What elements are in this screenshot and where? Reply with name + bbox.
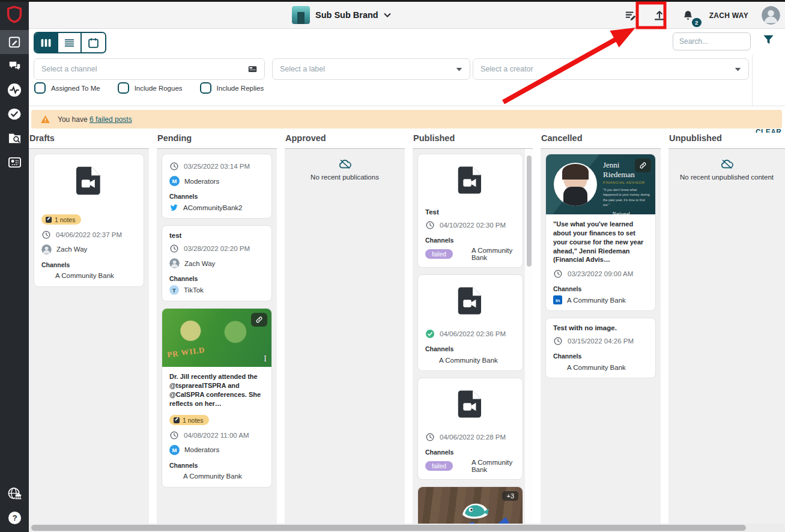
failed-posts-link[interactable]: 6 failed posts bbox=[89, 115, 132, 124]
sidebar-item-media-library[interactable] bbox=[0, 150, 29, 174]
topbar: Sub Sub Brand 2 ZACH WAY bbox=[29, 2, 785, 29]
checkbox-box bbox=[34, 82, 46, 94]
scheduled-time: 03/15/2022 04:26 PM bbox=[568, 337, 634, 345]
channels-label: Channels bbox=[41, 261, 136, 268]
channel-select[interactable]: Select a channel bbox=[34, 58, 265, 80]
sidebar-item-help[interactable]: ? bbox=[0, 506, 29, 530]
column-body: Test 04/10/2022 02:30 PM Channels failed… bbox=[413, 149, 533, 524]
column-approved: Approved No recent publications bbox=[285, 133, 405, 524]
column-published: Published Test 04/10/2022 02:30 PM Chann… bbox=[413, 133, 533, 524]
channel-name: TikTok bbox=[184, 286, 204, 294]
label-select[interactable]: Select a label bbox=[272, 58, 470, 80]
sidebar-nav: ? bbox=[0, 0, 29, 532]
channel-name: A Community Bank bbox=[567, 297, 626, 304]
publisher-app: { "topbar": { "brand_name": "Sub Sub Bra… bbox=[0, 0, 785, 532]
failed-badge: failed bbox=[425, 461, 453, 471]
horizontal-scrollbar-thumb[interactable] bbox=[31, 525, 746, 531]
upload-button[interactable] bbox=[652, 8, 667, 23]
app-logo-shield-icon[interactable] bbox=[0, 0, 29, 29]
creator-name: Moderators bbox=[184, 446, 219, 453]
label-select-placeholder: Select a label bbox=[280, 65, 456, 73]
post-card-pending-3[interactable]: PR WILD I Dr. Jill recently attended the… bbox=[162, 308, 272, 488]
post-card-published-2[interactable]: 04/06/2022 02:36 PM Channels A Community… bbox=[417, 274, 523, 371]
instagram-icon bbox=[169, 472, 178, 481]
video-file-icon bbox=[425, 388, 515, 420]
caret-down-icon bbox=[456, 67, 462, 71]
horizontal-scrollbar-track[interactable] bbox=[29, 524, 785, 532]
post-card-cancelled-2[interactable]: Test with no image. 03/15/2022 04:26 PM … bbox=[545, 318, 656, 378]
scheduled-time: 03/28/2022 02:20 PM bbox=[184, 245, 250, 252]
assigned-to-me-checkbox[interactable]: Assigned To Me bbox=[34, 82, 100, 94]
sidebar-item-approvals[interactable] bbox=[0, 102, 29, 126]
post-card-pending-1[interactable]: 03/25/2022 03:14 PM MModerators Channels… bbox=[162, 154, 272, 219]
post-card-pending-2[interactable]: test 03/28/2022 02:20 PM Zach Way Channe… bbox=[162, 225, 272, 301]
note-icon bbox=[174, 417, 180, 423]
compose-button[interactable] bbox=[623, 8, 638, 23]
chevron-down-icon bbox=[384, 13, 391, 17]
filter-divider bbox=[752, 55, 753, 106]
filter-funnel-button[interactable] bbox=[763, 34, 774, 47]
notifications-bell-button[interactable]: 2 bbox=[680, 8, 696, 23]
calendar-view-button[interactable] bbox=[82, 33, 105, 52]
board-view-button[interactable] bbox=[35, 33, 58, 52]
search-wrap bbox=[673, 32, 751, 50]
scheduled-time: 04/10/2022 02:30 PM bbox=[440, 222, 506, 229]
post-card-cancelled-1[interactable]: Jenni Riedeman FINANCIAL ADVISOR "If you… bbox=[545, 154, 656, 311]
post-card-published-1[interactable]: Test 04/10/2022 02:30 PM Channels failed… bbox=[417, 154, 523, 268]
channel-name: A Community Bank bbox=[471, 459, 515, 473]
brand-name: Sub Sub Brand bbox=[315, 10, 378, 20]
check-circle-icon bbox=[7, 107, 22, 121]
list-view-button[interactable] bbox=[58, 33, 82, 52]
column-pending: Pending 03/25/2022 03:14 PM MModerators … bbox=[157, 133, 277, 524]
bank-logo-text: National Exchange bbox=[613, 211, 650, 214]
user-avatar[interactable] bbox=[762, 6, 780, 25]
image-quote: "If you don't know what happened to your… bbox=[603, 187, 650, 207]
channels-label: Channels bbox=[169, 275, 264, 282]
cloud-off-icon bbox=[719, 157, 735, 172]
post-card-published-4[interactable]: +3 bbox=[417, 486, 523, 524]
channels-label: Channels bbox=[169, 462, 264, 469]
chat-bubbles-icon bbox=[8, 59, 22, 73]
image-overlay-text: PR WILD bbox=[166, 346, 205, 359]
column-title: Approved bbox=[285, 133, 405, 149]
sidebar-item-global-accounts[interactable] bbox=[0, 482, 29, 506]
post-title: Test bbox=[425, 208, 515, 216]
brand-selector[interactable]: Sub Sub Brand bbox=[292, 6, 391, 24]
sidebar-item-activity[interactable] bbox=[0, 78, 29, 102]
post-card-draft[interactable]: 1 notes 04/06/2022 02:37 PM Zach Way Cha… bbox=[34, 154, 144, 287]
folder-search-icon bbox=[8, 132, 22, 145]
channel-name: A Community Bank bbox=[567, 364, 626, 371]
post-card-published-3[interactable]: 04/06/2022 02:28 PM Channels failedA Com… bbox=[417, 378, 523, 480]
channel-name: ACommunityBank2 bbox=[183, 204, 242, 211]
scheduled-time: 03/23/2022 09:00 AM bbox=[568, 270, 633, 277]
video-file-icon bbox=[41, 164, 136, 198]
creator-avatar bbox=[41, 244, 52, 255]
channels-label: Channels bbox=[553, 285, 648, 292]
scheduled-time: 04/06/2022 02:37 PM bbox=[56, 231, 122, 238]
sidebar-item-planner[interactable] bbox=[0, 30, 29, 54]
channels-label: Channels bbox=[425, 237, 515, 244]
clock-icon bbox=[425, 432, 435, 442]
column-scrollbar-thumb[interactable] bbox=[527, 156, 532, 267]
channel-name: A Community Bank bbox=[439, 357, 498, 364]
sidebar-item-content-search[interactable] bbox=[0, 126, 29, 150]
sidebar-item-conversations[interactable] bbox=[0, 54, 29, 78]
include-replies-checkbox[interactable]: Include Replies bbox=[200, 82, 264, 94]
column-body: Jenni Riedeman FINANCIAL ADVISOR "If you… bbox=[541, 149, 661, 524]
tiktok-icon: T bbox=[169, 285, 179, 295]
search-input[interactable] bbox=[673, 32, 751, 50]
clock-icon bbox=[41, 230, 51, 240]
clock-icon bbox=[169, 162, 179, 171]
brand-thumbnail bbox=[292, 6, 310, 24]
user-name: ZACH WAY bbox=[709, 11, 748, 20]
creator-avatar: M bbox=[169, 176, 180, 186]
channels-label: Channels bbox=[425, 345, 515, 352]
creator-name: Moderators bbox=[184, 178, 219, 185]
channels-label: Channels bbox=[169, 193, 264, 200]
include-rogues-checkbox[interactable]: Include Rogues bbox=[118, 82, 183, 94]
empty-state-text: No recent publications bbox=[311, 174, 379, 181]
help-question-icon: ? bbox=[8, 511, 22, 525]
channel-name: A Community Bank bbox=[471, 247, 515, 261]
creator-select[interactable]: Select a creator bbox=[473, 58, 749, 80]
clock-icon bbox=[553, 336, 563, 346]
